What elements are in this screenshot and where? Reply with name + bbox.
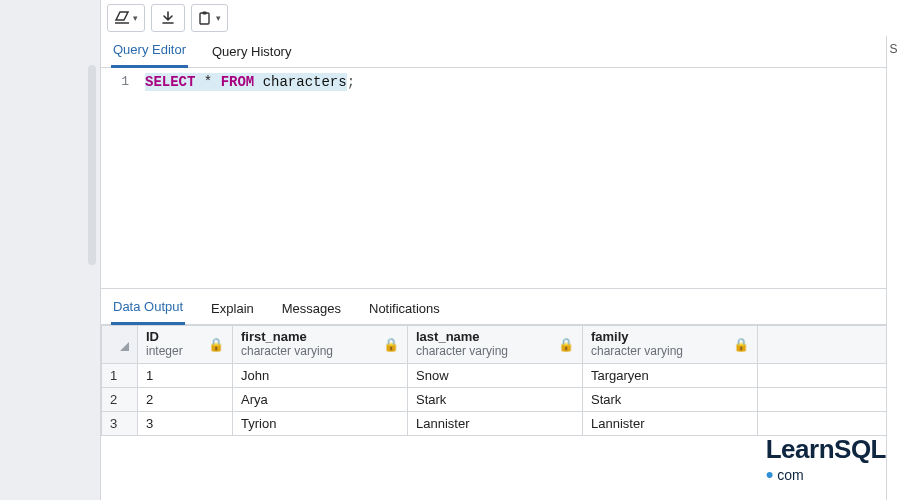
results-table: ID integer 🔒 first_name character varyi [101, 325, 900, 436]
column-header-id[interactable]: ID integer 🔒 [138, 326, 233, 364]
cell-blank [758, 387, 900, 411]
app-frame: ▾ ▾ Query Editor Query History [0, 0, 900, 500]
result-tabs: Data Output Explain Messages Notificatio… [101, 289, 900, 325]
tab-query-editor[interactable]: Query Editor [111, 42, 188, 68]
svg-rect-1 [200, 13, 209, 24]
editor-tabs: Query Editor Query History [101, 34, 900, 68]
column-header-first-name[interactable]: first_name character varying 🔒 [233, 326, 408, 364]
cell-last-name[interactable]: Snow [408, 363, 583, 387]
col-type: character varying [591, 345, 683, 359]
cell-blank [758, 363, 900, 387]
col-name: first_name [241, 330, 333, 345]
download-icon [161, 11, 175, 25]
cell-first-name[interactable]: Arya [233, 387, 408, 411]
main-panel: ▾ ▾ Query Editor Query History [100, 0, 900, 500]
line-number: 1 [101, 74, 129, 89]
lock-icon: 🔒 [558, 337, 574, 352]
punct-semicolon: ; [347, 74, 355, 90]
kw-from: FROM [221, 74, 255, 90]
column-header-blank [758, 326, 900, 364]
row-number: 2 [102, 387, 138, 411]
col-type: integer [146, 345, 183, 359]
cell-family[interactable]: Lannister [583, 411, 758, 435]
table-row[interactable]: 1 1 John Snow Targaryen [102, 363, 900, 387]
results-panel: Data Output Explain Messages Notificatio… [101, 288, 900, 436]
cell-id[interactable]: 1 [138, 363, 233, 387]
op-star: * [204, 74, 212, 90]
tab-notifications[interactable]: Notifications [367, 301, 442, 324]
lock-icon: 🔒 [208, 337, 224, 352]
tab-data-output[interactable]: Data Output [111, 299, 185, 325]
column-header-family[interactable]: family character varying 🔒 [583, 326, 758, 364]
cell-first-name[interactable]: Tyrion [233, 411, 408, 435]
sql-editor[interactable]: 1 SELECT * FROM characters; [101, 68, 900, 288]
row-number: 3 [102, 411, 138, 435]
cell-blank [758, 411, 900, 435]
code-line: SELECT * FROM characters [145, 73, 347, 91]
row-number-header[interactable] [102, 326, 138, 364]
toolbar: ▾ ▾ [101, 0, 900, 34]
lock-icon: 🔒 [733, 337, 749, 352]
col-name: ID [146, 330, 183, 345]
line-number-gutter: 1 [101, 68, 139, 288]
chevron-down-icon: ▾ [133, 13, 138, 23]
cell-id[interactable]: 3 [138, 411, 233, 435]
cell-last-name[interactable]: Stark [408, 387, 583, 411]
cell-first-name[interactable]: John [233, 363, 408, 387]
paste-button[interactable]: ▾ [191, 4, 228, 32]
cell-id[interactable]: 2 [138, 387, 233, 411]
kw-select: SELECT [145, 74, 195, 90]
tab-query-history[interactable]: Query History [210, 44, 293, 67]
clipboard-icon [198, 11, 213, 25]
svg-rect-2 [203, 12, 207, 15]
col-name: family [591, 330, 683, 345]
table-row[interactable]: 3 3 Tyrion Lannister Lannister [102, 411, 900, 435]
cell-family[interactable]: Targaryen [583, 363, 758, 387]
tab-messages[interactable]: Messages [280, 301, 343, 324]
code-area[interactable]: SELECT * FROM characters; [139, 68, 363, 288]
erase-button[interactable]: ▾ [107, 4, 145, 32]
left-splitter[interactable] [88, 65, 96, 265]
cell-family[interactable]: Stark [583, 387, 758, 411]
lock-icon: 🔒 [383, 337, 399, 352]
tab-explain[interactable]: Explain [209, 301, 256, 324]
right-edge-label: S [889, 42, 897, 500]
cell-last-name[interactable]: Lannister [408, 411, 583, 435]
chevron-down-icon: ▾ [216, 13, 221, 23]
select-all-icon [120, 342, 129, 351]
ident-table: characters [263, 74, 347, 90]
download-button[interactable] [151, 4, 185, 32]
right-panel-edge[interactable]: S [886, 36, 900, 500]
col-name: last_name [416, 330, 508, 345]
eraser-icon [114, 11, 130, 25]
table-row[interactable]: 2 2 Arya Stark Stark [102, 387, 900, 411]
column-header-last-name[interactable]: last_name character varying 🔒 [408, 326, 583, 364]
row-number: 1 [102, 363, 138, 387]
col-type: character varying [241, 345, 333, 359]
col-type: character varying [416, 345, 508, 359]
